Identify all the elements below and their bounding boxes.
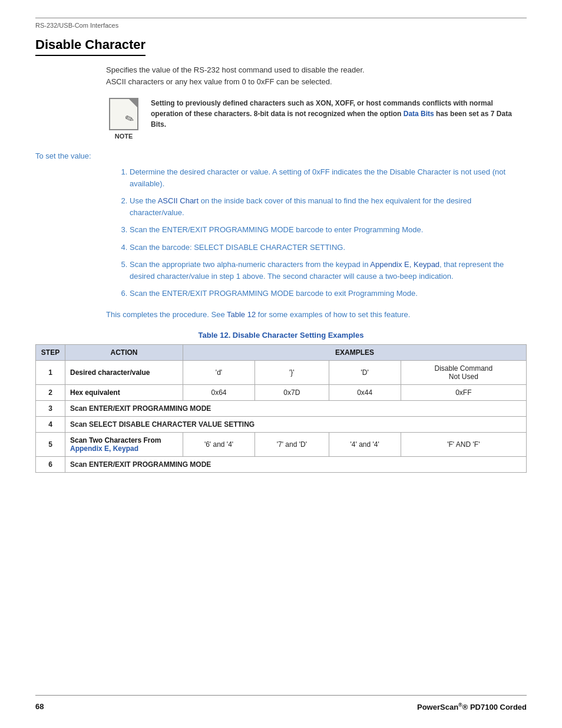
intro-text: Specifies the value of the RS-232 host c… (106, 64, 527, 87)
note-label: NOTE (115, 133, 133, 140)
header-action: ACTION (65, 345, 183, 361)
header-step: STEP (36, 345, 65, 361)
pencil-icon: ✎ (123, 111, 136, 127)
row5-ex4: 'F' AND 'F' (401, 433, 526, 457)
examples-table: STEP ACTION EXAMPLES 1 Desired character… (35, 344, 527, 473)
row5-ex2: '7' and 'D' (255, 433, 329, 457)
row2-ex1: 0x64 (183, 385, 255, 401)
table-title: Table 12. Disable Character Setting Exam… (35, 331, 527, 340)
row1-ex3: 'D' (329, 361, 401, 385)
step-4: Scan the barcode: SELECT DISABLE CHARACT… (130, 242, 527, 253)
row5-action: Scan Two Characters From Appendix E, Key… (65, 433, 183, 457)
footer-rule (35, 695, 527, 696)
steps-list: Determine the desired character or value… (118, 166, 527, 299)
footer: 68 PowerScan®® PD7100 Corded (35, 702, 527, 711)
table-row: 5 Scan Two Characters From Appendix E, K… (36, 433, 527, 457)
to-set-label: To set the value: (35, 151, 527, 160)
ascii-chart-link[interactable]: ASCII Chart (158, 196, 199, 205)
step-6: Scan the ENTER/EXIT PROGRAMMING MODE bar… (130, 288, 527, 299)
row1-action: Desired character/value (65, 361, 183, 385)
row2-ex2: 0x7D (255, 385, 329, 401)
appendix-e-table-link[interactable]: Appendix E, Keypad (70, 444, 138, 453)
step-1-text: Determine the desired character or value… (130, 167, 505, 188)
data-bits-link[interactable]: Data Bits (404, 110, 434, 118)
row2-action: Hex equivalent (65, 385, 183, 401)
row1-ex4: Disable CommandNot Used (401, 361, 526, 385)
row4-action: Scan SELECT DISABLE CHARACTER VALUE SETT… (65, 417, 527, 433)
note-icon: ✎ (109, 98, 138, 130)
row2-step: 2 (36, 385, 65, 401)
row6-action: Scan ENTER/EXIT PROGRAMMING MODE (65, 457, 527, 473)
row1-step: 1 (36, 361, 65, 385)
row1-ex1: 'd' (183, 361, 255, 385)
note-icon-area: ✎ NOTE (106, 98, 141, 140)
completion-text: This completes the procedure. See Table … (106, 309, 527, 321)
appendix-e-link[interactable]: Appendix E, Keypad (370, 260, 439, 269)
note-text: Setting to previously defined characters… (151, 98, 527, 130)
row5-ex1: '6' and '4' (183, 433, 255, 457)
header-examples: EXAMPLES (183, 345, 527, 361)
note-box: ✎ NOTE Setting to previously defined cha… (106, 98, 527, 140)
step-2: Use the ASCII Chart on the inside back c… (130, 195, 527, 218)
row1-ex2: '}' (255, 361, 329, 385)
step-5: Scan the appropriate two alpha-numeric c… (130, 259, 527, 282)
intro-line1: Specifies the value of the RS-232 host c… (106, 64, 527, 76)
page-number: 68 (35, 702, 44, 711)
row2-ex4: 0xFF (401, 385, 526, 401)
row5-step: 5 (36, 433, 65, 457)
row6-step: 6 (36, 457, 65, 473)
row3-action: Scan ENTER/EXIT PROGRAMMING MODE (65, 401, 527, 417)
table-row: 2 Hex equivalent 0x64 0x7D 0x44 0xFF (36, 385, 527, 401)
breadcrumb: RS-232/USB-Com Interfaces (35, 22, 527, 29)
step-6-text: Scan the ENTER/EXIT PROGRAMMING MODE bar… (130, 289, 418, 298)
table-row: 4 Scan SELECT DISABLE CHARACTER VALUE SE… (36, 417, 527, 433)
step-3-text: Scan the ENTER/EXIT PROGRAMMING MODE bar… (130, 225, 423, 234)
page-title: Disable Character (35, 37, 146, 56)
table-row: 3 Scan ENTER/EXIT PROGRAMMING MODE (36, 401, 527, 417)
step-4-text: Scan the barcode: SELECT DISABLE CHARACT… (130, 243, 345, 252)
product-name: PowerScan®® PD7100 Corded (417, 702, 527, 711)
table-row: 6 Scan ENTER/EXIT PROGRAMMING MODE (36, 457, 527, 473)
table12-link[interactable]: Table 12 (227, 310, 256, 319)
row3-step: 3 (36, 401, 65, 417)
table-header-row: STEP ACTION EXAMPLES (36, 345, 527, 361)
table-row: 1 Desired character/value 'd' '}' 'D' Di… (36, 361, 527, 385)
row4-step: 4 (36, 417, 65, 433)
header-rule (35, 18, 527, 18)
step-3: Scan the ENTER/EXIT PROGRAMMING MODE bar… (130, 224, 527, 236)
row2-ex3: 0x44 (329, 385, 401, 401)
step-1: Determine the desired character or value… (130, 166, 527, 189)
row5-ex3: '4' and '4' (329, 433, 401, 457)
intro-line2: ASCII characters or any hex value from 0… (106, 76, 527, 88)
